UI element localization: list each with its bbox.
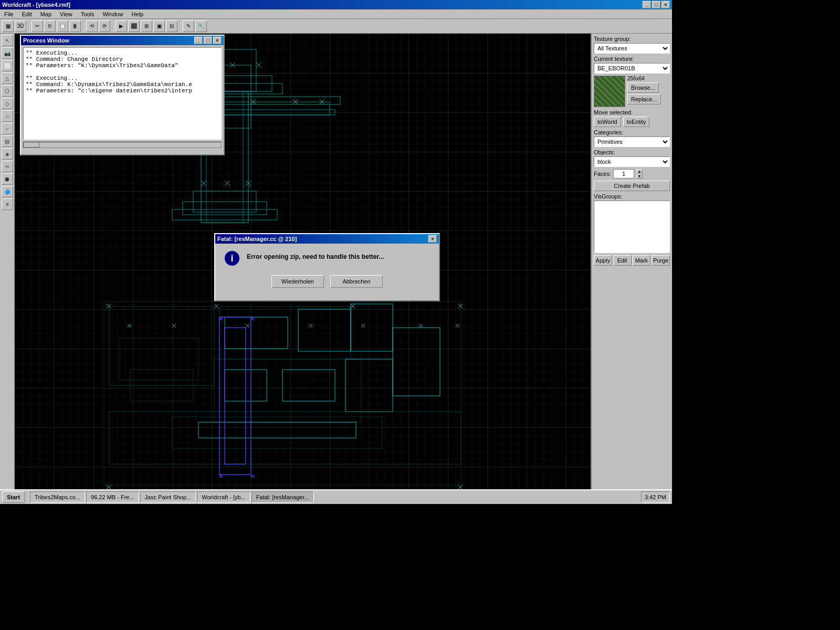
categories-section: Categories: Primitives bbox=[594, 129, 670, 147]
process-window[interactable]: Process Window _ □ × ** Executing... ** … bbox=[20, 35, 225, 155]
left-tool-texture[interactable]: ▤ bbox=[2, 135, 13, 147]
to-world-button[interactable]: toWorld bbox=[594, 117, 621, 127]
left-tool-cone[interactable]: △ bbox=[2, 72, 13, 84]
menu-view[interactable]: View bbox=[58, 10, 75, 18]
taskbar-item-1[interactable]: Tribes2Maps.co... bbox=[30, 491, 85, 503]
move-buttons: toWorld toEntity bbox=[594, 117, 670, 127]
process-close-btn[interactable]: × bbox=[213, 37, 222, 44]
fatal-dialog-buttons: Wiederholen Abbrechen bbox=[215, 273, 439, 292]
app-title: Worldcraft - [ybase4.rmf] bbox=[2, 2, 70, 8]
faces-row: Faces: ▲ ▼ bbox=[594, 169, 670, 178]
objects-dropdown[interactable]: block bbox=[594, 156, 670, 167]
browse-button[interactable]: Browse... bbox=[627, 82, 659, 93]
texture-image bbox=[594, 76, 625, 107]
toolbar-separator-1 bbox=[28, 21, 29, 32]
purge-button[interactable]: Purge bbox=[652, 255, 670, 266]
current-texture-label: Current texture: bbox=[594, 56, 670, 62]
toolbar-btn-2[interactable]: 3D bbox=[15, 20, 26, 32]
toolbar-btn-15[interactable]: 🔧 bbox=[195, 20, 207, 32]
toolbar-separator-2 bbox=[83, 21, 84, 32]
toolbar: ▦ 3D ✂ ⎘ 📋 🗑 ⟲ ⟳ ▶ ⬛ ⊞ ▣ ⊟ ✎ 🔧 bbox=[0, 19, 672, 34]
toolbar-separator-3 bbox=[112, 21, 113, 32]
toolbar-btn-11[interactable]: ⊞ bbox=[141, 20, 152, 32]
menu-tools[interactable]: Tools bbox=[79, 10, 97, 18]
toolbar-btn-1[interactable]: ▦ bbox=[2, 20, 14, 32]
apply-button[interactable]: Apply bbox=[594, 255, 612, 266]
taskbar-item-5[interactable]: Fatal: [resManager... bbox=[251, 491, 314, 503]
process-line-1: ** Executing... bbox=[26, 50, 219, 56]
restore-btn[interactable]: □ bbox=[652, 1, 660, 8]
toolbar-btn-7[interactable]: ⟲ bbox=[86, 20, 98, 32]
process-restore-btn[interactable]: □ bbox=[204, 37, 212, 44]
title-bar: Worldcraft - [ybase4.rmf] _ □ × bbox=[0, 0, 672, 9]
current-texture-dropdown[interactable]: BE_EBOR01B bbox=[594, 63, 670, 74]
process-window-titlebar: Process Window _ □ × bbox=[21, 36, 224, 45]
to-entity-button[interactable]: toEntity bbox=[623, 117, 650, 127]
close-btn[interactable]: × bbox=[662, 1, 670, 8]
menu-help[interactable]: Help bbox=[130, 10, 146, 18]
toolbar-btn-13[interactable]: ⊟ bbox=[166, 20, 177, 32]
canvas-area[interactable]: Process Window _ □ × ** Executing... ** … bbox=[15, 34, 591, 496]
menu-file[interactable]: File bbox=[2, 10, 16, 18]
menu-window[interactable]: Window bbox=[100, 10, 125, 18]
objects-label: Objects: bbox=[594, 149, 670, 155]
toolbar-btn-3[interactable]: ✂ bbox=[32, 20, 43, 32]
faces-input[interactable] bbox=[613, 169, 634, 178]
left-tool-path[interactable]: ✳ bbox=[2, 198, 13, 210]
menu-map[interactable]: Map bbox=[38, 10, 54, 18]
create-prefab-button[interactable]: Create Prefab bbox=[594, 181, 670, 191]
left-tool-box[interactable]: ⬜ bbox=[2, 60, 13, 71]
left-tool-sphere[interactable]: ○ bbox=[2, 123, 13, 134]
left-tool-entity[interactable]: ⬢ bbox=[2, 173, 13, 185]
texture-group-dropdown[interactable]: All Textures bbox=[594, 43, 670, 54]
process-line-3: ** Parameters: "K:\Dynamix\Tribes2\GameD… bbox=[26, 62, 219, 69]
objects-section: Objects: block bbox=[594, 149, 670, 167]
toolbar-btn-10[interactable]: ⬛ bbox=[128, 20, 140, 32]
texture-preview bbox=[594, 76, 625, 107]
left-tool-cylinder[interactable]: ⬡ bbox=[2, 85, 13, 97]
faces-down-btn[interactable]: ▼ bbox=[636, 174, 643, 178]
toolbar-btn-14[interactable]: ✎ bbox=[183, 20, 194, 32]
toolbar-btn-4[interactable]: ⎘ bbox=[44, 20, 56, 32]
info-icon: i bbox=[224, 250, 240, 267]
process-window-title: Process Window bbox=[23, 37, 69, 44]
left-tool-vertex[interactable]: ◈ bbox=[2, 148, 13, 160]
left-toolbar: ↖ 📷 ⬜ △ ⬡ ◇ ∩ ○ ▤ ◈ ✂ ⬢ 🔷 ✳ bbox=[0, 34, 15, 496]
texture-group-section: Texture group: All Textures bbox=[594, 36, 670, 54]
toolbar-btn-6[interactable]: 🗑 bbox=[69, 20, 81, 32]
toolbar-btn-8[interactable]: ⟳ bbox=[99, 20, 110, 32]
toolbar-separator-4 bbox=[180, 21, 181, 32]
menu-edit[interactable]: Edit bbox=[20, 10, 34, 18]
taskbar-separator bbox=[27, 491, 28, 503]
mark-button[interactable]: Mark bbox=[633, 255, 651, 266]
left-tool-clip[interactable]: ✂ bbox=[2, 161, 13, 172]
cancel-button[interactable]: Abbrechen bbox=[330, 275, 383, 288]
fatal-dialog-title: Fatal: [resManager.cc @ 210] bbox=[217, 236, 297, 242]
left-tool-wedge[interactable]: ◇ bbox=[2, 98, 13, 109]
start-button[interactable]: Start bbox=[2, 491, 25, 503]
left-tool-camera[interactable]: 📷 bbox=[2, 47, 13, 59]
left-tool-decal[interactable]: 🔷 bbox=[2, 186, 13, 197]
toolbar-btn-5[interactable]: 📋 bbox=[57, 20, 68, 32]
main-area: ↖ 📷 ⬜ △ ⬡ ◇ ∩ ○ ▤ ◈ ✂ ⬢ 🔷 ✳ bbox=[0, 34, 672, 496]
left-tool-arch[interactable]: ∩ bbox=[2, 110, 13, 122]
left-tool-pointer[interactable]: ↖ bbox=[2, 35, 13, 46]
faces-up-btn[interactable]: ▲ bbox=[636, 169, 643, 174]
texture-size: 256x64 bbox=[627, 76, 645, 81]
taskbar-item-3[interactable]: Jasc Paint Shop... bbox=[140, 491, 196, 503]
fatal-dialog-titlebar: Fatal: [resManager.cc @ 210] × bbox=[215, 234, 439, 244]
retry-button[interactable]: Wiederholen bbox=[271, 275, 324, 288]
fatal-error-dialog[interactable]: Fatal: [resManager.cc @ 210] × i Error o… bbox=[214, 233, 440, 301]
toolbar-btn-12[interactable]: ▣ bbox=[153, 20, 165, 32]
toolbar-btn-9[interactable]: ▶ bbox=[116, 20, 127, 32]
taskbar-item-4[interactable]: Worldcraft - [yb... bbox=[197, 491, 250, 503]
fatal-close-btn[interactable]: × bbox=[428, 235, 437, 243]
minimize-btn[interactable]: _ bbox=[643, 1, 651, 8]
edit-button[interactable]: Edit bbox=[613, 255, 632, 266]
replace-button[interactable]: Replace... bbox=[627, 94, 661, 104]
process-minimize-btn[interactable]: _ bbox=[194, 37, 203, 44]
move-selected-section: Move selected: toWorld toEntity bbox=[594, 109, 670, 127]
categories-dropdown[interactable]: Primitives bbox=[594, 136, 670, 147]
taskbar-item-2[interactable]: 96.22 MB - Fre... bbox=[86, 491, 139, 503]
move-selected-label: Move selected: bbox=[594, 109, 670, 116]
